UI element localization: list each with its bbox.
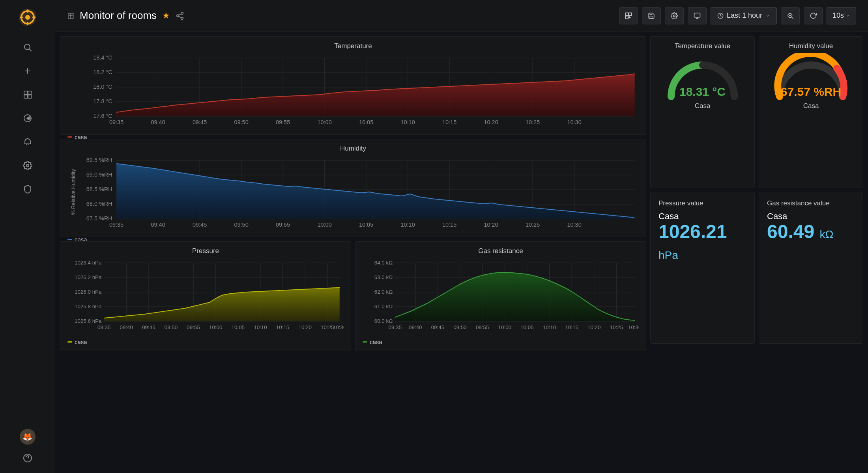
gas-series-label: casa (363, 339, 639, 345)
svg-text:10:15: 10:15 (565, 324, 578, 330)
sidebar-item-explore[interactable] (21, 111, 35, 125)
svg-text:69.0 %RH: 69.0 %RH (86, 171, 112, 178)
svg-text:18.4 °C: 18.4 °C (93, 54, 112, 61)
temperature-gauge-location: Casa (695, 102, 711, 110)
stat-row: Pressure value Casa 1026.21 hPa Gas resi… (650, 192, 863, 344)
svg-rect-28 (625, 16, 628, 19)
svg-point-18 (26, 164, 29, 167)
time-range-button[interactable]: Last 1 hour (711, 7, 777, 24)
favorite-icon[interactable]: ★ (162, 11, 170, 21)
svg-text:09:35: 09:35 (97, 324, 110, 330)
svg-text:09:45: 09:45 (431, 324, 444, 330)
gas-resistance-panel-title: Gas resistance (363, 247, 639, 255)
gas-stat-title: Gas resistance value (767, 199, 855, 207)
svg-text:69.5 %RH: 69.5 %RH (86, 157, 112, 163)
sidebar-item-shield[interactable] (21, 182, 35, 196)
refresh-button[interactable] (804, 7, 823, 24)
pressure-stat-location: Casa (658, 211, 746, 222)
svg-rect-10 (24, 91, 27, 94)
svg-point-22 (177, 15, 179, 17)
sidebar-item-settings[interactable] (21, 158, 35, 173)
svg-text:10:15: 10:15 (442, 119, 456, 125)
svg-text:10:00: 10:00 (209, 324, 222, 330)
humidity-gauge-panel: Humidity value (759, 36, 863, 188)
tv-mode-button[interactable] (688, 7, 707, 24)
svg-text:10:25: 10:25 (610, 324, 623, 330)
pressure-stat-panel: Pressure value Casa 1026.21 hPa (650, 192, 755, 344)
sidebar-item-dashboards[interactable] (21, 88, 35, 102)
svg-text:67.5 %RH: 67.5 %RH (86, 215, 112, 222)
svg-text:64.0 kΩ: 64.0 kΩ (374, 260, 393, 266)
gas-chart: 64.0 kΩ 63.0 kΩ 62.0 kΩ 61.0 kΩ 60.0 kΩ … (363, 259, 639, 334)
sidebar: 🦊 (0, 0, 55, 473)
sidebar-item-search[interactable] (21, 40, 35, 54)
svg-text:09:45: 09:45 (193, 119, 207, 125)
temperature-series-dot (67, 136, 72, 138)
svg-text:09:55: 09:55 (187, 324, 200, 330)
svg-text:10:10: 10:10 (400, 222, 415, 228)
svg-rect-27 (629, 13, 632, 15)
svg-text:09:50: 09:50 (165, 324, 178, 330)
svg-point-31 (673, 15, 675, 17)
svg-text:10:05: 10:05 (232, 324, 245, 330)
svg-text:10:20: 10:20 (484, 119, 498, 125)
svg-rect-32 (694, 13, 700, 17)
svg-text:10:15: 10:15 (276, 324, 289, 330)
svg-text:10:00: 10:00 (498, 324, 511, 330)
humidity-panel-title: Humidity (67, 145, 639, 153)
svg-text:10:20: 10:20 (587, 324, 600, 330)
topbar-title-area: ⊞ Monitor of rooms ★ (67, 9, 619, 22)
svg-text:09:50: 09:50 (234, 222, 248, 228)
svg-text:09:50: 09:50 (234, 119, 248, 125)
svg-marker-15 (27, 117, 31, 120)
sidebar-item-alerts[interactable] (21, 135, 35, 149)
svg-text:09:35: 09:35 (109, 222, 123, 228)
dashboard-icon: ⊞ (67, 11, 74, 21)
sidebar-item-help[interactable] (21, 451, 35, 465)
gas-stat-location: Casa (767, 211, 855, 222)
svg-text:10:05: 10:05 (359, 119, 373, 125)
app-logo[interactable] (18, 8, 37, 28)
add-panel-button[interactable] (619, 7, 638, 24)
share-icon[interactable] (176, 11, 184, 20)
svg-text:17.6 °C: 17.6 °C (93, 113, 112, 119)
sidebar-item-add[interactable] (21, 64, 35, 78)
svg-text:10:00: 10:00 (317, 222, 331, 228)
pressure-series-label: casa (67, 339, 344, 345)
pressure-series-dot (67, 341, 72, 343)
temperature-gauge-panel: Temperature value (650, 36, 755, 188)
svg-text:10:30: 10:30 (567, 222, 581, 228)
svg-text:09:40: 09:40 (409, 324, 422, 330)
svg-text:09:50: 09:50 (453, 324, 466, 330)
svg-point-6 (24, 44, 30, 50)
pressure-panel-title: Pressure (67, 247, 344, 255)
svg-text:09:45: 09:45 (142, 324, 155, 330)
svg-text:63.0 kΩ: 63.0 kΩ (374, 274, 393, 280)
svg-text:09:55: 09:55 (276, 222, 290, 228)
humidity-gauge-title: Humidity value (789, 42, 833, 50)
settings-button[interactable] (665, 7, 684, 24)
save-button[interactable] (642, 7, 661, 24)
gas-stat-value: 60.49 kΩ (767, 222, 855, 242)
user-avatar[interactable]: 🦊 (20, 429, 36, 445)
svg-text:10:25: 10:25 (321, 324, 334, 330)
svg-text:60.0 kΩ: 60.0 kΩ (374, 318, 393, 324)
svg-text:18.0 °C: 18.0 °C (93, 84, 112, 90)
svg-text:10:10: 10:10 (400, 119, 415, 125)
svg-text:% Relative Humidity: % Relative Humidity (70, 169, 76, 215)
bottom-charts-row: Pressure (60, 241, 646, 344)
gauge-row: Temperature value (650, 36, 863, 188)
svg-rect-12 (24, 95, 27, 98)
sidebar-nav (21, 40, 35, 429)
page-title: Monitor of rooms (80, 9, 157, 22)
temperature-chart: 18.4 °C 18.2 °C 18.0 °C 17.8 °C 17.6 °C … (67, 54, 639, 129)
svg-point-1 (25, 15, 30, 20)
svg-text:10:30: 10:30 (628, 324, 639, 330)
temperature-gauge-value: 18.31 °C (679, 85, 726, 99)
svg-point-21 (181, 12, 183, 14)
zoom-out-button[interactable] (781, 7, 800, 24)
pressure-series-name: casa (75, 339, 87, 345)
refresh-interval-button[interactable]: 10s (827, 7, 856, 24)
sidebar-bottom: 🦊 (20, 429, 36, 465)
temperature-panel-title: Temperature (67, 42, 639, 50)
